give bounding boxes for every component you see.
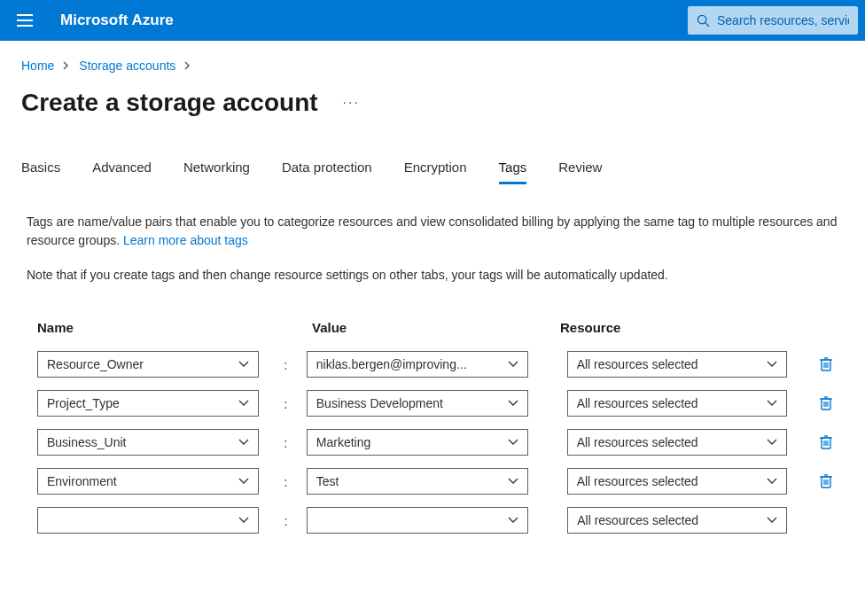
- tag-name-value: Project_Type: [47, 396, 120, 410]
- chevron-down-icon: [508, 439, 518, 446]
- topbar: Microsoft Azure Search resources, servic…: [0, 0, 865, 41]
- chevron-down-icon: [767, 439, 777, 446]
- tag-value-dropdown[interactable]: Test: [307, 468, 528, 495]
- tag-value-dropdown[interactable]: [307, 507, 528, 534]
- breadcrumb-storage-accounts[interactable]: Storage accounts: [79, 58, 175, 73]
- tag-resource-text: All resources selected: [577, 396, 698, 410]
- colon-separator: :: [281, 513, 308, 528]
- tag-value-dropdown[interactable]: Marketing: [307, 429, 528, 456]
- chevron-right-icon: [63, 58, 70, 73]
- tag-name-dropdown[interactable]: Project_Type: [37, 390, 259, 417]
- tag-resource-text: All resources selected: [577, 435, 698, 449]
- tag-value-text: Test: [316, 474, 339, 488]
- tag-resource-text: All resources selected: [577, 357, 698, 371]
- hamburger-menu-icon[interactable]: [7, 3, 43, 38]
- tag-name-dropdown[interactable]: [37, 507, 259, 534]
- tag-name-dropdown[interactable]: Environment: [37, 468, 259, 495]
- column-header-resource: Resource: [560, 320, 791, 335]
- search-placeholder: Search resources, services, and docs: [717, 13, 849, 27]
- colon-separator: :: [280, 396, 306, 411]
- column-header-value: Value: [312, 320, 560, 335]
- tab-advanced[interactable]: Advanced: [92, 160, 152, 184]
- tag-row: Environment:TestAll resources selected: [37, 468, 844, 495]
- tag-resource-dropdown[interactable]: All resources selected: [567, 390, 787, 417]
- tag-name-dropdown[interactable]: Resource_Owner: [37, 351, 259, 378]
- tag-value-text: Business Development: [316, 396, 443, 410]
- chevron-down-icon: [238, 439, 249, 446]
- tag-name-value: Resource_Owner: [47, 357, 144, 371]
- search-input[interactable]: Search resources, services, and docs: [688, 6, 858, 35]
- trash-icon: [819, 356, 833, 372]
- tab-tags[interactable]: Tags: [499, 160, 527, 184]
- tags-header-row: Name Value Resource: [37, 320, 844, 335]
- chevron-down-icon: [508, 400, 518, 407]
- tag-name-dropdown[interactable]: Business_Unit: [37, 429, 259, 456]
- chevron-down-icon: [767, 478, 777, 485]
- tab-basics[interactable]: Basics: [21, 160, 60, 184]
- delete-tag-button[interactable]: [808, 395, 844, 411]
- chevron-down-icon: [767, 400, 777, 407]
- tag-resource-dropdown[interactable]: All resources selected: [567, 507, 787, 534]
- chevron-down-icon: [238, 361, 249, 368]
- svg-rect-1: [17, 19, 33, 21]
- colon-separator: :: [280, 474, 306, 489]
- tab-networking[interactable]: Networking: [183, 160, 250, 184]
- delete-tag-button[interactable]: [808, 473, 844, 489]
- tags-note: Note that if you create tags and then ch…: [21, 266, 844, 285]
- chevron-down-icon: [238, 478, 249, 485]
- tags-table: Name Value Resource Resource_Owner:nikla…: [21, 320, 844, 534]
- tags-description: Tags are name/value pairs that enable yo…: [21, 213, 844, 250]
- learn-more-link[interactable]: Learn more about tags: [123, 233, 248, 247]
- chevron-down-icon: [767, 361, 777, 368]
- tag-resource-text: All resources selected: [577, 513, 698, 527]
- chevron-down-icon: [508, 361, 518, 368]
- svg-rect-2: [17, 25, 33, 27]
- colon-separator: :: [280, 357, 306, 372]
- svg-line-4: [705, 22, 710, 27]
- colon-separator: :: [280, 435, 306, 450]
- svg-rect-0: [17, 14, 33, 16]
- tag-row: Business_Unit:MarketingAll resources sel…: [37, 429, 844, 456]
- tag-row: Resource_Owner:niklas.bergen@improving..…: [37, 351, 844, 378]
- tag-value-text: niklas.bergen@improving...: [316, 357, 467, 371]
- tag-resource-dropdown[interactable]: All resources selected: [567, 429, 787, 456]
- svg-point-3: [697, 15, 705, 23]
- column-header-name: Name: [37, 320, 285, 335]
- tab-encryption[interactable]: Encryption: [404, 160, 467, 184]
- tag-resource-dropdown[interactable]: All resources selected: [567, 468, 787, 495]
- tag-name-value: Business_Unit: [47, 435, 127, 449]
- brand-label: Microsoft Azure: [60, 12, 174, 29]
- search-icon: [697, 14, 710, 27]
- tag-resource-text: All resources selected: [577, 474, 698, 488]
- delete-tag-button[interactable]: [808, 434, 844, 450]
- chevron-down-icon: [508, 478, 518, 485]
- tag-resource-dropdown[interactable]: All resources selected: [567, 351, 787, 378]
- trash-icon: [819, 395, 833, 411]
- chevron-down-icon: [508, 517, 518, 524]
- tag-value-text: Marketing: [316, 435, 370, 449]
- delete-tag-button[interactable]: [808, 356, 844, 372]
- tabs: BasicsAdvancedNetworkingData protectionE…: [21, 160, 844, 184]
- chevron-down-icon: [238, 517, 249, 524]
- tag-row: :All resources selected: [37, 507, 844, 534]
- trash-icon: [819, 473, 833, 489]
- tag-value-dropdown[interactable]: niklas.bergen@improving...: [307, 351, 528, 378]
- tab-data-protection[interactable]: Data protection: [282, 160, 372, 184]
- more-actions-icon[interactable]: ···: [339, 91, 363, 114]
- chevron-right-icon: [184, 58, 191, 73]
- tag-name-value: Environment: [47, 474, 117, 488]
- tag-row: Project_Type:Business DevelopmentAll res…: [37, 390, 844, 417]
- chevron-down-icon: [238, 400, 249, 407]
- chevron-down-icon: [767, 517, 777, 524]
- trash-icon: [819, 434, 833, 450]
- breadcrumb: Home Storage accounts: [21, 58, 844, 73]
- breadcrumb-home[interactable]: Home: [21, 58, 54, 73]
- tag-value-dropdown[interactable]: Business Development: [307, 390, 528, 417]
- tab-review[interactable]: Review: [558, 160, 602, 184]
- page-title: Create a storage account: [21, 89, 318, 117]
